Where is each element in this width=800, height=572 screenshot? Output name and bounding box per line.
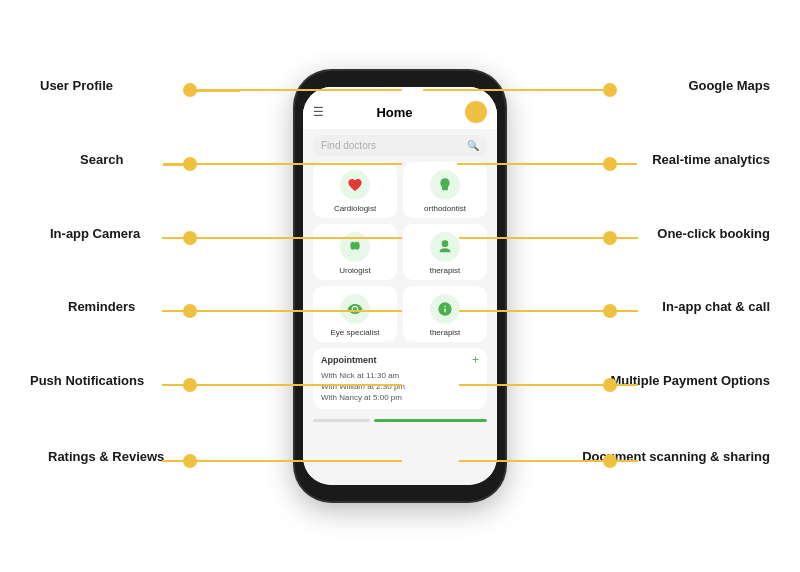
ratings-reviews-hline bbox=[162, 460, 402, 462]
progress-bar-active bbox=[374, 419, 487, 422]
search-line-left bbox=[163, 164, 183, 166]
search-bar[interactable]: Find doctors 🔍 bbox=[313, 135, 487, 156]
one-click-booking-label: One-click booking bbox=[657, 226, 770, 241]
menu-icon[interactable]: ☰ bbox=[313, 105, 324, 119]
ratings-reviews-label: Ratings & Reviews bbox=[48, 449, 164, 464]
in-app-chat-label: In-app chat & call bbox=[662, 299, 770, 314]
appointment-item-1: With Nick at 11:30 am bbox=[321, 370, 479, 381]
appointment-item-2: With William at 2:30 pm bbox=[321, 381, 479, 392]
appointment-section: Appointment + With Nick at 11:30 am With… bbox=[313, 348, 487, 409]
push-notifications-dot bbox=[183, 378, 197, 392]
real-time-analytics-dot bbox=[603, 157, 617, 171]
specialty-therapist-1[interactable]: therapist bbox=[403, 224, 487, 280]
real-time-analytics-label: Real-time analytics bbox=[652, 152, 770, 167]
one-click-booking-dot bbox=[603, 231, 617, 245]
search-label: Search bbox=[80, 152, 123, 167]
search-dot bbox=[183, 157, 197, 171]
user-profile-dot bbox=[183, 83, 197, 97]
progress-bar-inactive bbox=[313, 419, 370, 422]
therapist-1-icon bbox=[430, 232, 460, 262]
svg-point-1 bbox=[354, 242, 359, 250]
therapist-1-label: therapist bbox=[430, 266, 461, 275]
google-maps-dot bbox=[603, 83, 617, 97]
screen-content: ☰ Home Find doctors 🔍 bbox=[303, 87, 497, 485]
orthodontist-icon bbox=[430, 170, 460, 200]
user-profile-line-left bbox=[190, 90, 240, 92]
in-app-camera-hline bbox=[162, 237, 402, 239]
cardiologist-icon bbox=[340, 170, 370, 200]
therapist-2-icon bbox=[430, 294, 460, 324]
cardiologist-label: Cardiologist bbox=[334, 204, 376, 213]
in-app-chat-dot bbox=[603, 304, 617, 318]
ratings-reviews-dot bbox=[183, 454, 197, 468]
appointment-title: Appointment bbox=[321, 355, 377, 365]
search-hline bbox=[163, 163, 402, 165]
specialty-cardiologist[interactable]: Cardiologist bbox=[313, 162, 397, 218]
screen-header: ☰ Home bbox=[303, 87, 497, 129]
search-icon: 🔍 bbox=[467, 140, 479, 151]
google-maps-label: Google Maps bbox=[688, 78, 770, 93]
therapist-2-label: therapist bbox=[430, 328, 461, 337]
appointment-header: Appointment + bbox=[321, 354, 479, 366]
reminders-label: Reminders bbox=[68, 299, 135, 314]
specialty-eye-specialist[interactable]: Eye specialist bbox=[313, 286, 397, 342]
phone-notch bbox=[370, 71, 430, 81]
urologist-label: Urologist bbox=[339, 266, 371, 275]
appointment-item-3: With Nancy at 5:00 pm bbox=[321, 392, 479, 403]
orthodontist-label: orthodontist bbox=[424, 204, 466, 213]
multiple-payment-dot bbox=[603, 378, 617, 392]
phone-screen: ☰ Home Find doctors 🔍 bbox=[303, 87, 497, 485]
reminders-dot bbox=[183, 304, 197, 318]
phone-mockup: ☰ Home Find doctors 🔍 bbox=[295, 71, 505, 501]
header-title: Home bbox=[376, 105, 412, 120]
in-app-camera-dot bbox=[183, 231, 197, 245]
specialty-orthodontist[interactable]: orthodontist bbox=[403, 162, 487, 218]
bottom-progress bbox=[303, 415, 497, 426]
eye-specialist-icon bbox=[340, 294, 370, 324]
eye-specialist-label: Eye specialist bbox=[331, 328, 380, 337]
phone-shell: ☰ Home Find doctors 🔍 bbox=[295, 71, 505, 501]
header-avatar[interactable] bbox=[465, 101, 487, 123]
google-maps-hline bbox=[423, 89, 603, 91]
search-placeholder: Find doctors bbox=[321, 140, 376, 151]
in-app-camera-label: In-app Camera bbox=[50, 226, 140, 241]
reminders-hline bbox=[162, 310, 402, 312]
specialty-urologist[interactable]: Urologist bbox=[313, 224, 397, 280]
document-scanning-dot bbox=[603, 454, 617, 468]
add-appointment-icon[interactable]: + bbox=[472, 354, 479, 366]
specialty-grid: Cardiologist orthodontist bbox=[303, 162, 497, 342]
push-notifications-hline bbox=[162, 384, 402, 386]
user-profile-label: User Profile bbox=[40, 78, 113, 93]
specialty-therapist-2[interactable]: therapist bbox=[403, 286, 487, 342]
push-notifications-label: Push Notifications bbox=[30, 373, 144, 388]
